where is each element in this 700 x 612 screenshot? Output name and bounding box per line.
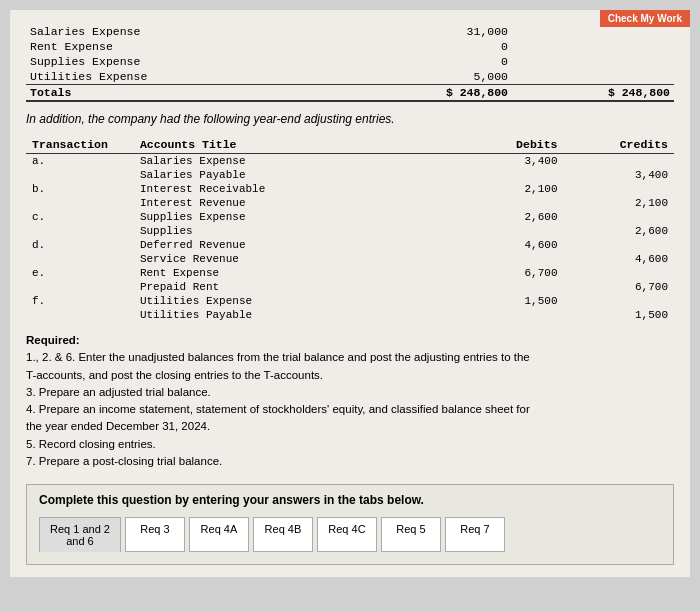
entry-account: Salaries Expense: [134, 154, 453, 169]
adjusting-entry-row: d. Deferred Revenue 4,600: [26, 238, 674, 252]
required-line: 7. Prepare a post-closing trial balance.: [26, 453, 674, 470]
col-transaction: Transaction: [26, 136, 134, 154]
entry-trans: [26, 224, 134, 238]
totals-debit: 31,000: [350, 24, 512, 39]
tab-0[interactable]: Req 1 and 2 and 6: [39, 517, 121, 552]
tabs-row: Req 1 and 2 and 6Req 3Req 4AReq 4BReq 4C…: [39, 517, 661, 552]
totals-debit: 0: [350, 39, 512, 54]
col-debits: Debits: [453, 136, 563, 154]
totals-debit: 0: [350, 54, 512, 69]
entry-account: Interest Receivable: [134, 182, 453, 196]
totals-label: Rent Expense: [26, 39, 350, 54]
required-line: 3. Prepare an adjusted trial balance.: [26, 384, 674, 401]
totals-label: Utilities Expense: [26, 69, 350, 85]
adjusting-entry-row: c. Supplies Expense 2,600: [26, 210, 674, 224]
col-accounts-title: Accounts Title: [134, 136, 453, 154]
adjusting-entry-row: Utilities Payable 1,500: [26, 308, 674, 322]
main-page: Check My Work Salaries Expense 31,000 Re…: [10, 10, 690, 577]
entry-credit: 6,700: [564, 280, 675, 294]
adjusting-entry-row: a. Salaries Expense 3,400: [26, 154, 674, 169]
entry-account: Prepaid Rent: [134, 280, 453, 294]
tab-2[interactable]: Req 4A: [189, 517, 249, 552]
entry-credit: 1,500: [564, 308, 675, 322]
entry-debit: [453, 308, 563, 322]
tab-4[interactable]: Req 4C: [317, 517, 377, 552]
entry-trans: [26, 280, 134, 294]
entry-trans: a.: [26, 154, 134, 169]
entry-account: Deferred Revenue: [134, 238, 453, 252]
totals-debit: $ 248,800: [350, 85, 512, 102]
complete-box: Complete this question by entering your …: [26, 484, 674, 565]
entry-trans: b.: [26, 182, 134, 196]
adjusting-entry-row: Salaries Payable 3,400: [26, 168, 674, 182]
required-line: 5. Record closing entries.: [26, 436, 674, 453]
required-line: 4. Prepare an income statement, statemen…: [26, 401, 674, 418]
entry-debit: 6,700: [453, 266, 563, 280]
adjusting-entry-row: Supplies 2,600: [26, 224, 674, 238]
entry-credit: 3,400: [564, 168, 675, 182]
required-line: 1., 2. & 6. Enter the unadjusted balance…: [26, 349, 674, 366]
tab-1[interactable]: Req 3: [125, 517, 185, 552]
adjusting-entry-row: Prepaid Rent 6,700: [26, 280, 674, 294]
adjusting-entry-row: b. Interest Receivable 2,100: [26, 182, 674, 196]
entry-trans: [26, 168, 134, 182]
totals-credit: $ 248,800: [512, 85, 674, 102]
totals-credit: [512, 54, 674, 69]
entry-trans: c.: [26, 210, 134, 224]
adjusting-entry-row: f. Utilities Expense 1,500: [26, 294, 674, 308]
complete-label: Complete this question by entering your …: [39, 493, 661, 507]
entry-debit: 2,100: [453, 182, 563, 196]
entry-debit: 3,400: [453, 154, 563, 169]
entry-debit: 2,600: [453, 210, 563, 224]
required-line: the year ended December 31, 2024.: [26, 418, 674, 435]
check-my-work-badge[interactable]: Check My Work: [600, 10, 690, 27]
entry-credit: 2,600: [564, 224, 675, 238]
entry-debit: [453, 196, 563, 210]
adjusting-entries-table: Transaction Accounts Title Debits Credit…: [26, 136, 674, 322]
tab-5[interactable]: Req 5: [381, 517, 441, 552]
entry-credit: [564, 182, 675, 196]
col-credits: Credits: [564, 136, 675, 154]
entry-account: Service Revenue: [134, 252, 453, 266]
entry-trans: e.: [26, 266, 134, 280]
entry-credit: [564, 266, 675, 280]
entry-trans: [26, 252, 134, 266]
entry-debit: [453, 168, 563, 182]
entry-debit: [453, 224, 563, 238]
entry-trans: f.: [26, 294, 134, 308]
adjusting-entry-row: Service Revenue 4,600: [26, 252, 674, 266]
entry-account: Supplies: [134, 224, 453, 238]
required-line: T-accounts, and post the closing entries…: [26, 367, 674, 384]
intro-text: In addition, the company had the followi…: [26, 112, 674, 126]
entry-debit: [453, 280, 563, 294]
entry-credit: [564, 154, 675, 169]
totals-credit: [512, 69, 674, 85]
adjusting-entry-row: e. Rent Expense 6,700: [26, 266, 674, 280]
required-title: Required:: [26, 334, 80, 346]
adjusting-entry-row: Interest Revenue 2,100: [26, 196, 674, 210]
totals-debit: 5,000: [350, 69, 512, 85]
entry-credit: 2,100: [564, 196, 675, 210]
entry-account: Interest Revenue: [134, 196, 453, 210]
entry-account: Salaries Payable: [134, 168, 453, 182]
totals-label: Salaries Expense: [26, 24, 350, 39]
tab-3[interactable]: Req 4B: [253, 517, 313, 552]
entry-credit: 4,600: [564, 252, 675, 266]
entry-account: Utilities Expense: [134, 294, 453, 308]
entry-debit: 4,600: [453, 238, 563, 252]
entry-credit: [564, 210, 675, 224]
entry-account: Utilities Payable: [134, 308, 453, 322]
totals-credit: [512, 39, 674, 54]
entry-account: Supplies Expense: [134, 210, 453, 224]
totals-label: Totals: [26, 85, 350, 102]
entry-trans: d.: [26, 238, 134, 252]
entry-credit: [564, 294, 675, 308]
tab-6[interactable]: Req 7: [445, 517, 505, 552]
required-section: Required: 1., 2. & 6. Enter the unadjust…: [26, 332, 674, 470]
entry-debit: [453, 252, 563, 266]
totals-table: Salaries Expense 31,000 Rent Expense 0 S…: [26, 24, 674, 102]
entry-credit: [564, 238, 675, 252]
entry-trans: [26, 196, 134, 210]
totals-label: Supplies Expense: [26, 54, 350, 69]
entry-account: Rent Expense: [134, 266, 453, 280]
